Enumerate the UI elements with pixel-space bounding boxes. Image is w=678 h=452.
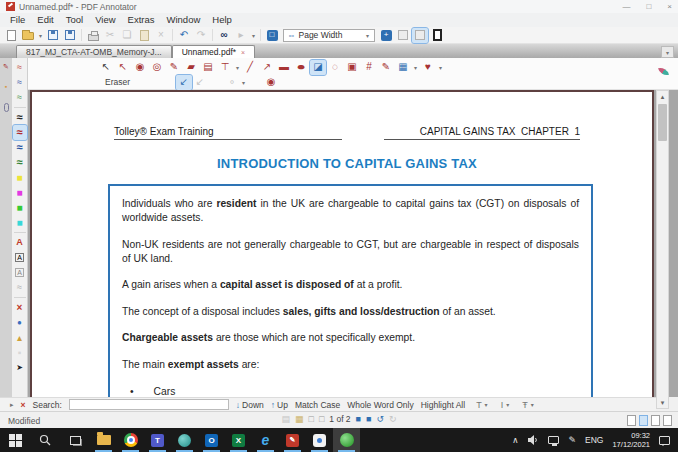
display-icon[interactable] <box>548 436 559 444</box>
image-tool-icon[interactable]: ▦ <box>395 60 411 75</box>
cut-button[interactable]: ✂ <box>102 28 118 43</box>
tab-memory-jogger[interactable]: 817_MJ_CTA-AT-OMB_Memory-J... <box>16 45 172 58</box>
tab-close-icon[interactable]: × <box>241 49 245 56</box>
marker-tool-icon[interactable]: ▰ <box>183 60 199 75</box>
stamp-tool-icon[interactable]: ⊤ <box>217 60 233 75</box>
cursor-style-button[interactable]: I▾ <box>501 400 512 410</box>
close-button[interactable]: × <box>667 2 672 11</box>
text-tool-icon[interactable]: ▤ <box>200 60 216 75</box>
match-case-button[interactable]: Match Case <box>295 400 340 410</box>
taskbar-whiteboard-app[interactable] <box>306 428 333 452</box>
pen-red-icon[interactable]: ≈ <box>13 60 27 75</box>
attachments-panel-icon[interactable] <box>4 103 9 112</box>
scroll-down-icon[interactable]: ▾ <box>657 397 668 408</box>
eraser-area-mode-icon[interactable]: ↙ <box>192 75 208 90</box>
tab-list-dropdown[interactable]: ▾ <box>661 46 674 58</box>
eraser-stroke-mode-icon[interactable]: ↙ <box>176 75 192 90</box>
text-boxed-icon[interactable]: A <box>13 250 27 265</box>
open-file-button[interactable] <box>20 28 36 43</box>
copy-button[interactable]: ❏ <box>119 28 135 43</box>
taskbar-browser-globe[interactable] <box>171 428 198 452</box>
highlighter-cyan-icon[interactable]: ■ <box>13 215 27 230</box>
navigate-button[interactable]: ▸ <box>233 28 249 43</box>
eraser-size-icon[interactable]: ∘ <box>224 75 240 90</box>
taskbar-clock[interactable]: 09:32 17/12/2021 <box>612 431 650 449</box>
tab-unnamed-pdf[interactable]: Unnamed.pdf* × <box>172 45 255 58</box>
previous-view-button[interactable]: ↺ <box>376 414 384 424</box>
action-center-icon[interactable] <box>659 436 670 445</box>
start-button[interactable] <box>0 428 30 452</box>
stamps-panel-icon[interactable]: ▪ <box>5 83 7 90</box>
taskbar-edge[interactable]: e <box>252 428 279 452</box>
pen-tool-icon[interactable]: ✎ <box>166 60 182 75</box>
marker-red-icon[interactable]: ≈ <box>13 125 27 140</box>
menu-tool[interactable]: Tool <box>60 13 89 27</box>
continuous-layout-button[interactable] <box>412 28 428 43</box>
undo-button[interactable]: ↶ <box>176 28 192 43</box>
menu-edit[interactable]: Edit <box>31 13 59 27</box>
paste-button[interactable] <box>136 28 152 43</box>
taskbar-search-button[interactable] <box>30 428 60 452</box>
dot-stamp-icon[interactable]: ● <box>13 315 27 330</box>
highlight-all-button[interactable]: Highlight All <box>421 400 465 410</box>
next-view-button[interactable]: ↻ <box>389 414 397 424</box>
whole-word-button[interactable]: Whole Word Only <box>347 400 413 410</box>
task-view-button[interactable] <box>60 428 90 452</box>
arrow-tool-icon[interactable]: ↗ <box>259 60 275 75</box>
highlighter-yellow-icon[interactable]: ■ <box>13 170 27 185</box>
taskbar-teams[interactable]: T <box>144 428 171 452</box>
select-tool-icon[interactable]: ↖ <box>98 60 114 75</box>
layout-facing-button[interactable] <box>651 415 660 426</box>
maximize-button[interactable]: □ <box>646 2 651 11</box>
highlighter-magenta-icon[interactable]: ■ <box>13 185 27 200</box>
menu-window[interactable]: Window <box>160 13 206 27</box>
layout-single-button[interactable] <box>627 415 636 426</box>
zoom-in-button[interactable]: + <box>378 28 394 43</box>
first-page-button[interactable]: □ <box>308 414 313 424</box>
search-down-button[interactable]: ↓Down <box>236 400 264 410</box>
lasso-tool-icon[interactable]: ◌ <box>327 60 343 75</box>
text-red-icon[interactable]: A <box>13 235 27 250</box>
snapshot-tool-icon[interactable]: ▣ <box>344 60 360 75</box>
search-up-button[interactable]: ↑Up <box>271 400 288 410</box>
print-button[interactable] <box>85 28 101 43</box>
menu-view[interactable]: View <box>89 13 121 27</box>
taskbar-file-explorer[interactable] <box>90 428 117 452</box>
line-tool-icon[interactable]: ╱ <box>242 60 258 75</box>
taskbar-pdf-annotator[interactable]: ✎ <box>279 428 306 452</box>
menu-file[interactable]: File <box>4 13 31 27</box>
open-dropdown-icon[interactable]: ▾ <box>37 32 44 39</box>
find-button[interactable]: ∞ <box>216 28 232 43</box>
marker-blue-icon[interactable]: ≈ <box>13 140 27 155</box>
search-input[interactable] <box>69 399 229 410</box>
layout-facing-continuous-button[interactable] <box>663 415 672 426</box>
pen-settings-icon[interactable]: ✎ <box>568 435 576 445</box>
eraser-size-dropdown-icon[interactable]: ▾ <box>240 79 247 86</box>
vertical-scrollbar[interactable]: ▴ ▾ <box>656 90 669 409</box>
scrollbar-thumb[interactable] <box>658 104 667 141</box>
erase-all-icon[interactable]: ◉ <box>263 75 279 90</box>
layout-continuous-button[interactable] <box>639 415 648 426</box>
full-page-view-button[interactable] <box>429 28 445 43</box>
next-page-button[interactable]: ■ <box>356 414 361 424</box>
search-close-icon[interactable]: × <box>21 400 26 410</box>
highlighter-green-icon[interactable]: ■ <box>13 200 27 215</box>
faint-stamp-icon[interactable]: ▪ <box>13 345 27 360</box>
arrow-stamp-icon[interactable]: ➤ <box>13 360 27 375</box>
stamp-dropdown-icon[interactable]: ▾ <box>234 64 241 71</box>
save-as-button[interactable] <box>62 28 78 43</box>
zoom-mode-button[interactable]: □ <box>264 28 280 43</box>
previous-page-button[interactable]: □ <box>319 414 324 424</box>
marker-black-icon[interactable]: ≈ <box>13 110 27 125</box>
taskbar-outlook[interactable]: O <box>198 428 225 452</box>
underline-style-button[interactable]: Ŧ▾ <box>522 400 536 410</box>
pen-gray-icon[interactable]: ≈ <box>13 280 27 295</box>
favorites-dropdown-icon[interactable]: ▾ <box>437 64 444 71</box>
pen2-tool-icon[interactable]: ✎ <box>378 60 394 75</box>
cross-stamp-icon[interactable]: × <box>13 300 27 315</box>
taskbar-excel[interactable]: X <box>225 428 252 452</box>
taskbar-active-app[interactable] <box>333 428 360 452</box>
triangle-stamp-icon[interactable]: ▴ <box>13 330 27 345</box>
save-button[interactable] <box>45 28 61 43</box>
image-dropdown-icon[interactable]: ▾ <box>412 64 419 71</box>
